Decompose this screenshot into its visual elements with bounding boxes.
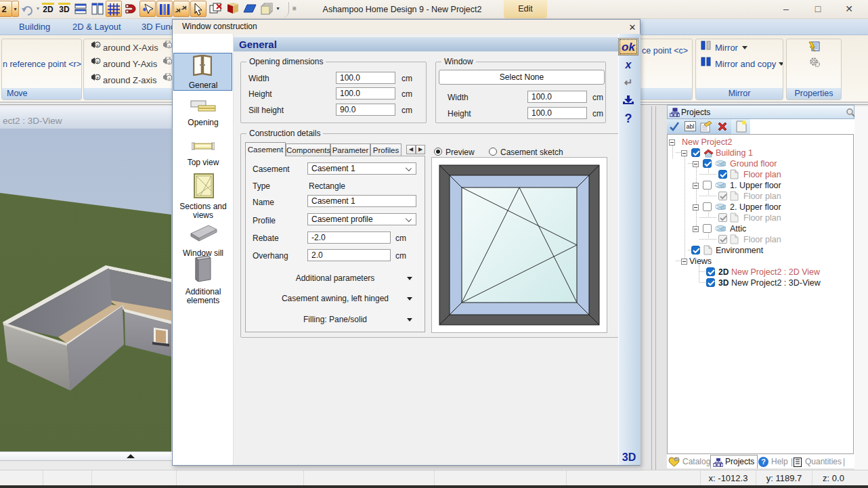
svg-text:x: x — [97, 43, 99, 47]
svg-text:y: y — [169, 60, 171, 64]
svg-text:z: z — [97, 76, 99, 80]
svg-text:y: y — [97, 60, 99, 64]
svg-text:z: z — [169, 76, 171, 81]
svg-text:x: x — [169, 44, 171, 48]
